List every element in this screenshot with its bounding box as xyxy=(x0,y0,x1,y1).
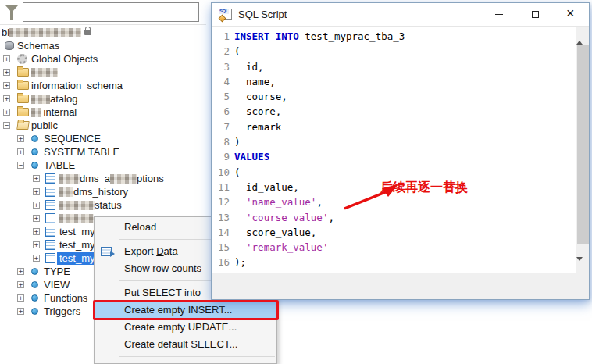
code-line: 5 course, xyxy=(214,89,589,104)
expand-icon[interactable]: + xyxy=(17,268,24,275)
line-number: 3 xyxy=(214,59,230,74)
collapse-icon[interactable]: − xyxy=(3,122,10,129)
tree-item-label: dms_aptions xyxy=(59,172,164,185)
close-icon xyxy=(566,10,576,20)
window-controls xyxy=(481,3,589,26)
tree-item-label: Functions xyxy=(44,291,87,305)
table-icon xyxy=(45,253,55,263)
folder-icon xyxy=(17,108,29,116)
line-number: 6 xyxy=(214,104,230,119)
line-number: 11 xyxy=(214,180,230,194)
tree-item-label: information_schema xyxy=(31,79,123,92)
expand-icon[interactable]: + xyxy=(3,69,10,76)
lock-icon xyxy=(84,30,91,35)
code-line: 2( xyxy=(214,44,589,59)
menu-item-create-default-select[interactable]: Create default SELECT... xyxy=(95,336,276,353)
tree-item-label: bl xyxy=(2,26,91,39)
expand-icon[interactable]: + xyxy=(3,109,10,116)
table-row-redacted-options[interactable]: +dms_aptions xyxy=(0,172,206,185)
sql-window-titlebar[interactable]: SQL SQL Script xyxy=(212,3,589,27)
menu-item-create-empty-update[interactable]: Create empty UPDATE... xyxy=(95,319,276,336)
arrow-up-icon xyxy=(576,27,583,45)
expand-icon[interactable]: + xyxy=(33,202,40,209)
tree-item-label: Global Objects xyxy=(31,52,98,66)
tree-item-label: Schemas xyxy=(17,39,59,52)
scroll-up-button[interactable] xyxy=(576,27,590,41)
connection-item[interactable]: bl xyxy=(0,26,206,39)
tree-item-label xyxy=(31,66,58,79)
annotation-text: 后续再逐一替换 xyxy=(380,180,468,196)
expand-icon[interactable]: + xyxy=(17,294,24,302)
scrollbar-thumb[interactable] xyxy=(577,45,589,244)
tree-item-label: test_my xyxy=(57,252,98,265)
expand-icon[interactable]: + xyxy=(17,135,24,142)
maximize-button[interactable] xyxy=(517,3,553,26)
redacted-text xyxy=(31,68,58,77)
tree-item-system-table[interactable]: +SYSTEM TABLE xyxy=(0,145,206,159)
expand-icon[interactable]: + xyxy=(17,308,24,315)
export-data-icon xyxy=(101,247,112,256)
line-number: 1 xyxy=(214,29,230,44)
sql-script-icon: SQL xyxy=(219,9,232,21)
expand-icon[interactable]: + xyxy=(17,281,24,288)
tree-item-redacted-schema[interactable]: + xyxy=(0,66,206,79)
expand-icon[interactable]: + xyxy=(33,188,40,195)
tree-item-label xyxy=(59,212,94,225)
redacted-text xyxy=(110,174,137,184)
minimize-icon xyxy=(495,14,503,15)
line-number: 4 xyxy=(214,74,230,89)
dot-icon xyxy=(31,281,38,288)
close-button[interactable] xyxy=(553,3,589,26)
tree-item-catalog[interactable]: +atalog xyxy=(0,92,206,105)
expand-icon[interactable]: + xyxy=(33,228,40,235)
tree-item-internal[interactable]: + internal xyxy=(0,105,206,119)
gear-icon xyxy=(17,54,27,64)
minimize-button[interactable] xyxy=(481,3,517,26)
code-line: 8) xyxy=(214,134,589,149)
tree-item-label: TYPE xyxy=(44,265,70,278)
redacted-text xyxy=(31,95,50,104)
filter-funnel-icon[interactable] xyxy=(5,5,18,12)
table-icon xyxy=(45,200,55,210)
expand-icon[interactable]: + xyxy=(33,255,40,262)
tree-item-schemas[interactable]: Schemas xyxy=(0,39,206,52)
tree-item-label: atalog xyxy=(31,92,77,105)
dot-icon xyxy=(31,162,38,169)
dot-icon xyxy=(31,268,38,275)
table-row-history[interactable]: +dms_history xyxy=(0,185,206,198)
table-icon xyxy=(45,240,55,250)
expand-icon[interactable]: + xyxy=(33,215,40,222)
collapse-icon[interactable]: − xyxy=(17,162,24,169)
code-line: 10( xyxy=(214,165,589,180)
expand-icon[interactable]: + xyxy=(33,241,40,248)
dot-icon xyxy=(31,294,38,302)
tree-item-table[interactable]: −TABLE xyxy=(0,159,206,172)
table-icon xyxy=(45,187,55,197)
filter-input[interactable] xyxy=(23,2,199,22)
table-row-status[interactable]: +status xyxy=(0,198,206,212)
line-number: 14 xyxy=(214,225,230,240)
tree-item-public[interactable]: −public xyxy=(0,119,206,132)
database-icon xyxy=(5,41,14,50)
dot-icon xyxy=(31,135,38,142)
tree-item-sequence[interactable]: +SEQUENCE xyxy=(0,132,206,145)
expand-icon[interactable]: + xyxy=(33,175,40,182)
tree-item-global-objects[interactable]: +Global Objects xyxy=(0,52,206,66)
editor-vscrollbar[interactable] xyxy=(576,27,589,274)
line-number: 8 xyxy=(214,134,230,149)
expand-icon[interactable]: + xyxy=(3,95,10,102)
expand-icon[interactable]: + xyxy=(3,55,10,62)
folder-icon xyxy=(17,95,29,103)
arrow-down-icon xyxy=(576,257,583,274)
code-line: 6 score, xyxy=(214,104,589,119)
code-line: 14 score_value, xyxy=(214,225,589,240)
line-number: 7 xyxy=(214,120,230,134)
tree-item-label: test_my xyxy=(59,238,95,252)
expand-icon[interactable]: + xyxy=(3,82,10,89)
table-icon xyxy=(45,213,55,223)
expand-icon[interactable]: + xyxy=(17,148,24,155)
dot-icon xyxy=(31,148,38,155)
tree-item-information-schema[interactable]: +information_schema xyxy=(0,79,206,92)
window-title: SQL Script xyxy=(238,9,287,20)
sql-editor[interactable]: 1INSERT INTO test_myprac_tba_32(3 id,4 n… xyxy=(212,27,589,274)
